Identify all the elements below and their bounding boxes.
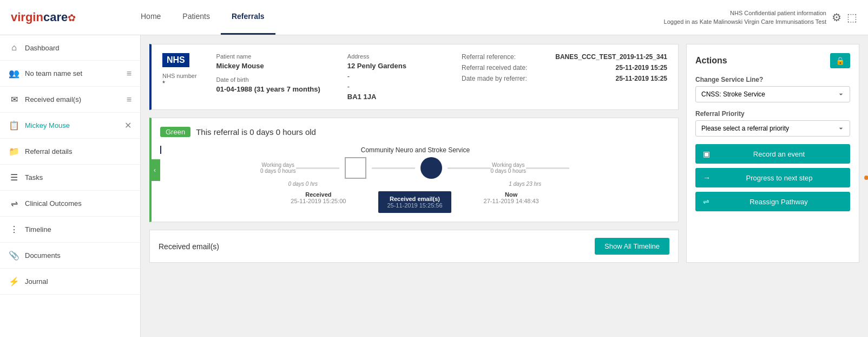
record-event-button[interactable]: ▣ Record an event — [695, 144, 850, 164]
lock-icon: 🔒 — [836, 56, 845, 65]
sidebar-item-received-emails[interactable]: ✉ Received email(s) ≡ — [0, 87, 140, 113]
logout-icon[interactable]: ⬚ — [847, 11, 857, 24]
right-segment: Working days 0 days 0 hours — [491, 162, 527, 174]
sidebar-item-journal[interactable]: ⚡ Journal — [0, 269, 140, 295]
track-area: Working days 0 days 0 hours — [160, 157, 669, 179]
referral-received-row: Referral received date: 25-11-2019 15:25 — [462, 64, 667, 72]
patient-address-group: Address 12 Penly Gardens - - BA1 1JA — [347, 53, 434, 101]
timeline-header: Green This referral is 0 days 0 hours ol… — [160, 127, 669, 137]
annotation-dot — [864, 176, 868, 180]
sidebar-item-tasks[interactable]: ☰ Tasks — [0, 165, 140, 191]
referral-reference-row: Referral reference: BANES_CCC_TEST_2019-… — [462, 53, 667, 61]
service-line-select[interactable]: CNSS: Stroke Service Other — [695, 86, 850, 102]
actions-header: Actions 🔒 — [695, 53, 850, 68]
clinical-outcomes-icon: ⇌ — [9, 198, 19, 209]
layout: ⌂ Dashboard 👥 No team name set ≡ ✉ Recei… — [0, 35, 868, 337]
progress-btn-row: → Progress to next step Click here — [695, 168, 850, 187]
logo-area: virgincare✿ — [11, 10, 130, 24]
main-content: NHS NHS number * Patient name Mickey Mou… — [141, 35, 868, 337]
progress-next-step-button[interactable]: → Progress to next step — [695, 168, 850, 187]
bottom-section: Received email(s) Show All Timeline — [149, 230, 679, 263]
sidebar: ⌂ Dashboard 👥 No team name set ≡ ✉ Recei… — [0, 35, 141, 337]
email-icon: ✉ — [9, 94, 19, 105]
actions-title: Actions — [695, 56, 727, 66]
actions-card: Actions 🔒 Change Service Line? CNSS: Str… — [686, 44, 859, 263]
referral-info: Referral reference: BANES_CCC_TEST_2019-… — [462, 53, 667, 82]
sidebar-item-clinical-outcomes[interactable]: ⇌ Clinical Outcomes — [0, 191, 140, 217]
referral-details-icon: 📁 — [9, 146, 19, 157]
event-now: Now 27-11-2019 14:48:43 — [484, 191, 539, 213]
sidebar-item-referral-details[interactable]: 📁 Referral details — [0, 139, 140, 165]
tasks-icon: ☰ — [9, 172, 19, 183]
service-name: Community Neuro and Stroke Service — [361, 146, 470, 154]
team-icon: 👥 — [9, 68, 19, 79]
patient-card: NHS NHS number * Patient name Mickey Mou… — [149, 44, 679, 110]
reassign-pathway-button[interactable]: ⇌ Reassign Pathway — [695, 192, 850, 211]
mid-left-track-line — [372, 167, 415, 169]
reassign-icon: ⇌ — [703, 197, 709, 206]
left-segment: Working days 0 days 0 hours — [260, 162, 296, 174]
nav-tab-home[interactable]: Home — [130, 0, 172, 35]
content-row: NHS NHS number * Patient name Mickey Mou… — [149, 44, 859, 263]
patient-name-group: Patient name Mickey Mouse Date of birth … — [216, 53, 320, 93]
track-node-start — [345, 157, 366, 179]
sidebar-item-mickey-mouse[interactable]: 📋 Mickey Mouse ✕ — [0, 113, 140, 139]
header: virgincare✿ Home Patients Referrals NHS … — [0, 0, 868, 35]
referral-made-row: Date made by referrer: 25-11-2019 15:25 — [462, 75, 667, 82]
time-labels: 0 days 0 hrs 1 days 23 hrs — [160, 181, 669, 187]
show-all-timeline-button[interactable]: Show All Timeline — [595, 238, 669, 255]
status-badge: Green — [160, 127, 190, 137]
bottom-section-title: Received email(s) — [159, 242, 219, 251]
referral-priority-select[interactable]: Please select a referral priority Urgent… — [695, 120, 850, 137]
journal-icon: ⚡ — [9, 276, 19, 287]
events-row: Received 25-11-2019 15:25:00 Received em… — [160, 191, 669, 213]
header-info: NHS Confidential patient information Log… — [664, 9, 826, 27]
click-annotation: Click here — [864, 174, 868, 182]
arrow-right-icon: → — [703, 173, 711, 182]
patient-file-icon: 📋 — [9, 120, 19, 131]
home-icon: ⌂ — [9, 43, 19, 53]
nhs-section: NHS NHS number * — [162, 53, 197, 87]
menu-icon-team: ≡ — [127, 69, 131, 79]
sidebar-item-documents[interactable]: 📎 Documents — [0, 243, 140, 269]
sidebar-item-timeline[interactable]: ⋮ Timeline — [0, 217, 140, 243]
menu-icon-email: ≡ — [127, 95, 131, 105]
record-event-icon: ▣ — [703, 150, 710, 158]
timeline-heading: This referral is 0 days 0 hours old — [196, 127, 316, 137]
documents-icon: 📎 — [9, 250, 19, 261]
collapse-button[interactable]: ‹ — [149, 159, 160, 181]
close-patient-icon[interactable]: ✕ — [124, 120, 131, 131]
event-received: Received 25-11-2019 15:25:00 — [291, 191, 346, 213]
track-node-current — [420, 157, 442, 179]
nhs-number-label: NHS number — [162, 73, 197, 79]
sidebar-item-no-team[interactable]: 👥 No team name set ≡ — [0, 61, 140, 87]
left-track-line — [296, 167, 339, 169]
nav-tab-patients[interactable]: Patients — [172, 0, 221, 35]
nav-tabs: Home Patients Referrals — [130, 0, 664, 35]
service-line-label: Change Service Line? — [695, 76, 850, 83]
logo: virgincare✿ — [11, 10, 76, 24]
referral-priority-label: Referral Priority — [695, 110, 850, 118]
settings-icon[interactable]: ⚙ — [832, 11, 841, 24]
timeline-card: ‹ Green This referral is 0 days 0 hours … — [149, 118, 679, 222]
sidebar-item-dashboard[interactable]: ⌂ Dashboard — [0, 35, 140, 61]
event-received-emails: Received email(s) 25-11-2019 15:25:56 — [378, 191, 451, 213]
content-left: NHS NHS number * Patient name Mickey Mou… — [149, 44, 679, 263]
lock-button[interactable]: 🔒 — [830, 53, 850, 68]
header-right: NHS Confidential patient information Log… — [664, 9, 857, 27]
right-panel: Actions 🔒 Change Service Line? CNSS: Str… — [686, 44, 859, 263]
mid-right-track-line — [448, 167, 491, 169]
nav-tab-referrals[interactable]: Referrals — [221, 0, 275, 35]
timeline-wrapper: Community Neuro and Stroke Service Worki… — [160, 146, 669, 213]
right-track-line — [526, 167, 569, 169]
nhs-number-value: * — [162, 79, 197, 87]
timeline-icon: ⋮ — [9, 224, 19, 235]
nhs-logo: NHS — [162, 53, 189, 67]
